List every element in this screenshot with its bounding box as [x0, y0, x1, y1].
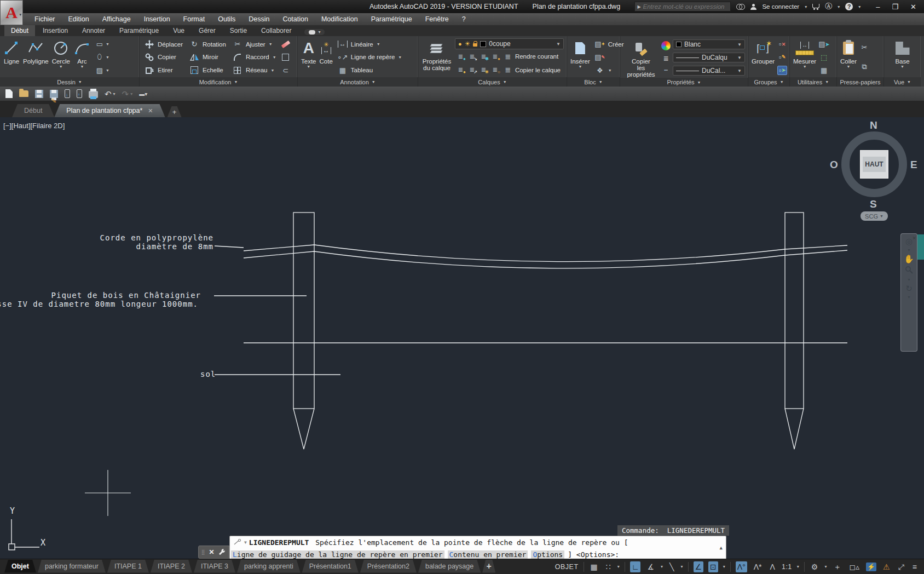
space-mode-label[interactable]: OBJET: [555, 563, 579, 571]
menu-parametrique[interactable]: Paramétrique: [365, 14, 418, 24]
line-button[interactable]: Ligne: [2, 37, 21, 77]
menu-dessin[interactable]: Dessin: [242, 14, 275, 24]
layer-properties-button[interactable]: Propriétés du calque: [420, 37, 454, 77]
exchange-apps-icon[interactable]: Ⓐ: [825, 2, 832, 12]
panel-label-vue[interactable]: Vue▼: [884, 77, 921, 87]
panel-label-dessin[interactable]: Dessin▼: [0, 77, 139, 87]
workspace-gear-icon[interactable]: ⚙: [810, 561, 820, 572]
rectangle-button[interactable]: ▭▼: [94, 38, 111, 50]
undo-button[interactable]: ↶▾: [105, 90, 116, 98]
measure-dropdown-icon[interactable]: ▼: [803, 65, 807, 68]
layer-combo-dropdown-icon[interactable]: ▼: [556, 42, 561, 47]
isodraft-dropdown-icon[interactable]: ▾: [680, 564, 683, 569]
navbar-close-icon[interactable]: ✕: [912, 234, 916, 243]
menu-cotation[interactable]: Cotation: [276, 14, 314, 24]
layer-lock-button[interactable]: ≣●: [490, 53, 500, 60]
ribbon-tab-debut[interactable]: Début: [4, 25, 35, 36]
arc-button[interactable]: Arc ▼: [72, 37, 93, 77]
linear-dim-button[interactable]: ↔Linéaire▼: [336, 38, 405, 50]
save-to-mobile-button[interactable]: ↓: [65, 89, 70, 98]
help-search[interactable]: ▶: [634, 2, 731, 12]
match-properties-button[interactable]: Copier les propriétés: [622, 37, 660, 78]
paste-button[interactable]: Coller ▼: [839, 37, 858, 77]
viewcube-south[interactable]: S: [870, 198, 877, 210]
snap-dropdown-icon[interactable]: ▾: [617, 564, 620, 569]
store-cart-icon[interactable]: [812, 4, 819, 8]
annotation-scale-value[interactable]: 1:1: [782, 563, 792, 571]
layout-tab-6[interactable]: Présentation1: [302, 560, 359, 573]
object-color-combo[interactable]: Blanc▼: [673, 39, 745, 49]
stretch-button[interactable]: Etirer: [142, 64, 185, 76]
annotation-scale-icon[interactable]: Λ: [769, 561, 777, 572]
layer-combo[interactable]: ● ☀ 0coupe ▼: [455, 38, 564, 49]
command-option-3[interactable]: Options: [531, 550, 564, 559]
layout-tab-2[interactable]: ITIAPE 1: [107, 560, 149, 573]
workspace-dropdown-icon[interactable]: ▾: [824, 564, 827, 569]
object-snap-tracking-toggle[interactable]: ∠: [694, 561, 704, 572]
ribbon-cloud-menu[interactable]: ▾: [304, 29, 325, 35]
explode-button[interactable]: [281, 53, 291, 62]
save-as-button[interactable]: [50, 90, 58, 98]
ribbon-tab-annoter[interactable]: Annoter: [76, 25, 112, 36]
command-option-2[interactable]: Contenu en premier: [448, 550, 528, 559]
layer-color-swatch[interactable]: [480, 41, 486, 47]
menu-edition[interactable]: Edition: [62, 14, 95, 24]
paste-dropdown-icon[interactable]: ▼: [847, 65, 851, 68]
cut-button[interactable]: ✂: [859, 43, 869, 52]
rotate-button[interactable]: ↻Rotation: [187, 38, 228, 50]
file-tab-start[interactable]: Début: [12, 104, 54, 117]
layer-unlock-all-button[interactable]: ≣○: [490, 66, 500, 73]
layout-tab-5[interactable]: parking apprenti: [237, 560, 301, 573]
quick-select-button[interactable]: ▤➤: [819, 39, 829, 49]
layout-tab-7[interactable]: Présentation2: [360, 560, 417, 573]
navigation-wheel-icon[interactable]: ◎: [905, 237, 913, 246]
text-button[interactable]: A Texte ▼: [299, 37, 318, 77]
graphics-warning-icon[interactable]: ⚠: [881, 561, 892, 572]
base-view-button[interactable]: Base ▼: [893, 37, 911, 77]
zoom-extents-icon[interactable]: [905, 266, 913, 275]
command-close-icon[interactable]: ✕: [209, 548, 215, 556]
lineweight-list-icon[interactable]: ≣: [663, 56, 668, 61]
model-tab[interactable]: Objet: [4, 560, 36, 573]
ucs-selector[interactable]: SCG ▼: [861, 211, 888, 221]
polar-tracking-toggle[interactable]: ∡: [645, 561, 656, 572]
table-button[interactable]: ▦Tableau: [336, 64, 405, 76]
copy-button[interactable]: Copier: [142, 51, 185, 63]
isolate-objects-toggle[interactable]: ◻▵: [847, 561, 861, 572]
command-window-grip[interactable]: ⣿ ✕: [198, 546, 229, 559]
erase-button[interactable]: [281, 39, 291, 49]
ribbon-tab-gerer[interactable]: Gérer: [192, 25, 222, 36]
grip-dots-icon[interactable]: ⣿: [201, 549, 206, 555]
leader-button[interactable]: ∘↗Ligne de repère▼: [336, 51, 405, 63]
wheel-dropdown-icon[interactable]: ▾: [908, 248, 910, 252]
exchange-dropdown-icon[interactable]: ▾: [838, 4, 840, 9]
redo-button[interactable]: ↷▾: [122, 90, 133, 98]
panel-label-groupes[interactable]: Groupes▼: [748, 77, 789, 87]
orbit-dropdown-icon[interactable]: ▾: [908, 295, 910, 300]
recent-commands-icon[interactable]: [233, 539, 242, 546]
layer-isolate-button[interactable]: ≣↘: [467, 53, 477, 60]
ribbon-tab-vue[interactable]: Vue: [166, 25, 191, 36]
polar-dropdown-icon[interactable]: ▾: [661, 564, 663, 569]
close-button[interactable]: ✕: [910, 3, 916, 11]
new-file-tab-button[interactable]: +: [168, 106, 182, 117]
panel-label-presse-papiers[interactable]: Presse-papiers: [837, 77, 883, 87]
circle-button[interactable]: Cercle ▼: [50, 37, 72, 77]
viewcube-top-face[interactable]: HAUT: [860, 150, 888, 179]
new-layout-button[interactable]: +: [482, 560, 495, 573]
hatch-button[interactable]: ▨▼: [94, 64, 111, 76]
menu-aide[interactable]: ?: [456, 14, 472, 24]
search-icon[interactable]: [736, 4, 745, 9]
menu-insertion[interactable]: Insertion: [138, 14, 176, 24]
text-dropdown-icon[interactable]: ▼: [307, 65, 310, 68]
menu-outils[interactable]: Outils: [212, 14, 241, 24]
clean-screen-toggle[interactable]: ⤢: [897, 561, 906, 572]
annotation-monitor-toggle[interactable]: ＋: [831, 561, 842, 572]
panel-label-calques[interactable]: Calques▼: [418, 77, 567, 87]
measure-button[interactable]: ↔ Mesurer ▼: [792, 37, 818, 77]
color-wheel-icon[interactable]: [661, 41, 671, 50]
layer-unlock-icon[interactable]: [473, 43, 477, 47]
sign-in-link[interactable]: Se connecter: [762, 3, 799, 10]
save-button[interactable]: [35, 90, 43, 98]
autohide-panel-edge[interactable]: [917, 234, 924, 260]
